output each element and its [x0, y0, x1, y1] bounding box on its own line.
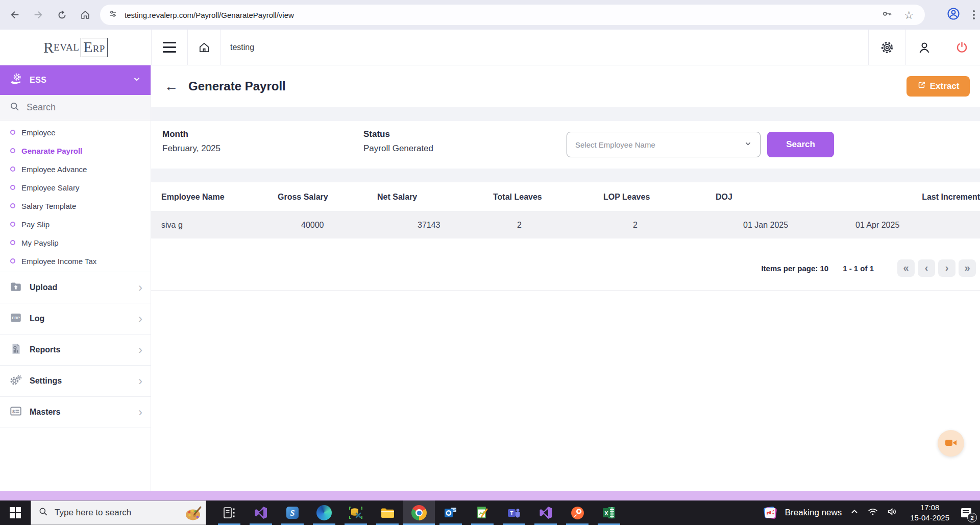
employee-select-placeholder: Select Employee Name — [575, 140, 744, 149]
browser-home-icon[interactable] — [77, 6, 94, 23]
bullet-circle-icon — [10, 130, 15, 135]
sidebar-menu-item[interactable]: Genarate Payroll — [0, 141, 151, 160]
taskbar-search[interactable] — [31, 500, 206, 525]
taskbar-icon-green-doc-tool[interactable] — [467, 500, 498, 525]
employee-select[interactable]: Select Employee Name — [567, 132, 761, 157]
sidebar-menu-item[interactable]: Employee — [0, 123, 151, 141]
sidebar-menu-item[interactable]: Employee Income Tax — [0, 252, 151, 270]
taskbar-clock[interactable]: 17:08 15-04-2025 — [910, 503, 949, 523]
previous-page-button[interactable]: ‹ — [918, 259, 935, 277]
sidebar-menu-item-label: Employee Advance — [21, 165, 87, 174]
sidebar-menu-item[interactable]: My Payslip — [0, 233, 151, 252]
bookmark-star-icon[interactable]: ☆ — [904, 10, 914, 20]
column-header: Last Increment — [922, 193, 980, 202]
sidebar-item-upload[interactable]: Upload › — [0, 272, 151, 303]
sidebar-menu-item[interactable]: Employee Advance — [0, 160, 151, 178]
erp-log-icon: ERP — [9, 311, 22, 326]
settings-gear-icon[interactable] — [869, 30, 905, 65]
taskbar-icon-edge[interactable] — [308, 500, 340, 525]
svg-text:ERP: ERP — [12, 316, 20, 320]
bullet-circle-icon — [10, 258, 15, 264]
sidebar-item-label: Log — [30, 314, 44, 323]
video-camera-icon — [944, 436, 958, 451]
sidebar-search-input[interactable] — [27, 102, 129, 113]
back-arrow-icon[interactable]: ← — [164, 80, 178, 93]
screen-record-camera-button[interactable] — [938, 430, 964, 457]
sidebar-item-label: Reports — [30, 345, 60, 354]
browser-profile-icon[interactable] — [946, 7, 961, 23]
page-title: Generate Payroll — [188, 79, 906, 93]
sidebar-item-reports[interactable]: Reports › — [0, 334, 151, 365]
browser-back-icon[interactable] — [6, 6, 23, 23]
clock-date: 15-04-2025 — [910, 513, 949, 523]
svg-text:X: X — [604, 510, 608, 516]
sidebar-menu-item[interactable]: Employee Salary — [0, 178, 151, 197]
taskbar-icon-teams[interactable]: T — [498, 500, 530, 525]
search-button[interactable]: Search — [767, 132, 834, 157]
bullet-circle-icon — [10, 203, 15, 208]
sidebar-groups: Upload › ERP Log › Reports › — [0, 272, 151, 427]
news-widget[interactable]: Breaking news — [762, 504, 842, 521]
taskbar-icon-visual-studio[interactable] — [245, 500, 277, 525]
table-cell: siva g — [161, 221, 301, 230]
chevron-right-icon: › — [138, 406, 142, 418]
next-page-button[interactable]: › — [938, 259, 955, 277]
password-key-icon[interactable] — [881, 8, 893, 21]
taskbar-icon-chrome[interactable] — [403, 500, 435, 525]
page-bottom-strip — [0, 491, 980, 500]
taskbar-icon-sql-config-tools[interactable] — [340, 500, 372, 525]
taskbar-icon-postman[interactable] — [561, 500, 593, 525]
last-page-button[interactable]: » — [959, 259, 976, 277]
paint-palette-icon[interactable] — [183, 503, 204, 525]
table-cell: 40000 — [301, 221, 418, 230]
menu-toggle-icon[interactable] — [152, 42, 187, 53]
news-label: Breaking news — [785, 508, 842, 518]
start-button-icon[interactable] — [0, 500, 31, 525]
app-header: REVALERP testing — [0, 30, 980, 65]
browser-menu-icon[interactable] — [973, 10, 975, 19]
profile-person-icon[interactable] — [906, 30, 943, 65]
month-label: Month — [162, 129, 188, 139]
taskbar-icon-ssms[interactable]: S — [277, 500, 308, 525]
status-value: Payroll Generated — [363, 144, 433, 154]
sidebar-menu-item[interactable]: Pay Slip — [0, 215, 151, 233]
extract-button[interactable]: Extract — [906, 76, 970, 97]
browser-forward-icon[interactable] — [30, 6, 47, 23]
sidebar-menu-item[interactable]: Salary Template — [0, 197, 151, 215]
filter-panel: Month February, 2025 Status Payroll Gene… — [151, 121, 980, 169]
sidebar-menu-item-label: Employee Income Tax — [21, 257, 96, 266]
url-text[interactable]: testing.revalerp.com/Payroll/GenaratePay… — [125, 11, 881, 19]
taskbar-icon-outlook[interactable] — [435, 500, 467, 525]
notification-badge: 2 — [967, 513, 977, 522]
sidebar-item-log[interactable]: ERP Log › — [0, 303, 151, 334]
taskbar-icon-task-view[interactable] — [213, 500, 245, 525]
table-row[interactable]: siva g40000371432201 Jan 202501 Apr 2025 — [151, 212, 980, 238]
status-label: Status — [363, 129, 390, 139]
taskbar-icon-file-explorer[interactable] — [372, 500, 403, 525]
app-home-icon[interactable] — [188, 41, 220, 54]
logout-power-icon[interactable] — [943, 30, 980, 65]
revalerp-logo: REVALERP — [0, 38, 151, 57]
notification-center[interactable]: 2 — [958, 504, 975, 521]
sidebar-menu-item-label: Salary Template — [21, 202, 76, 210]
chevron-up-icon[interactable] — [850, 507, 859, 518]
items-per-page-label: Items per page: 10 — [761, 264, 828, 273]
sidebar-module-ess[interactable]: ESS — [0, 65, 151, 95]
chevron-down-icon — [744, 140, 752, 150]
browser-refresh-icon[interactable] — [53, 6, 70, 23]
address-bar[interactable]: testing.revalerp.com/Payroll/GenaratePay… — [100, 5, 925, 25]
sidebar-item-masters[interactable]: $ Masters › — [0, 396, 151, 427]
wifi-icon[interactable] — [867, 506, 878, 519]
sidebar-item-settings[interactable]: Settings › — [0, 365, 151, 396]
site-info-icon[interactable] — [108, 9, 117, 20]
bullet-circle-icon — [10, 166, 15, 172]
taskbar-icon-excel[interactable]: X — [593, 500, 625, 525]
windows-taskbar: S — [0, 500, 980, 525]
table-header-row: Employee NameGross SalaryNet SalaryTotal… — [151, 182, 980, 212]
first-page-button[interactable]: « — [897, 259, 915, 277]
speaker-icon[interactable] — [887, 506, 898, 519]
column-header: Net Salary — [377, 193, 493, 202]
taskbar-icon-visual-studio-2022[interactable] — [530, 500, 561, 525]
sidebar-search[interactable] — [0, 95, 151, 121]
taskbar-search-input[interactable] — [55, 508, 162, 518]
